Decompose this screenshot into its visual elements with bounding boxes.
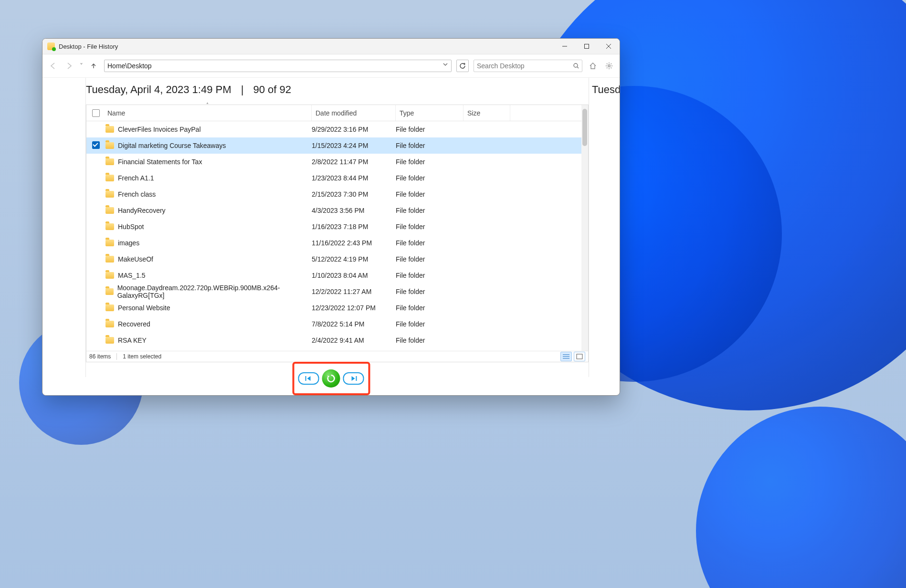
- file-type: File folder: [396, 223, 464, 231]
- file-name: MAS_1.5: [118, 272, 146, 279]
- restore-button[interactable]: [322, 369, 340, 388]
- folder-icon: [105, 207, 114, 214]
- up-button[interactable]: [88, 60, 99, 72]
- file-name: HubSpot: [118, 223, 144, 231]
- file-type: File folder: [396, 142, 464, 149]
- folder-icon: [105, 191, 114, 198]
- file-type: File folder: [396, 272, 464, 279]
- refresh-button[interactable]: [456, 60, 469, 72]
- column-type[interactable]: Type: [396, 105, 464, 121]
- toolbar: ˅ Home\Desktop Search Desktop: [42, 54, 620, 78]
- svg-point-6: [608, 65, 610, 67]
- scrollbar-thumb[interactable]: [582, 109, 587, 146]
- file-name: Financial Statements for Tax: [118, 158, 202, 166]
- vertical-scrollbar[interactable]: [581, 105, 588, 362]
- status-selected-count: 1 item selected: [123, 353, 161, 360]
- folder-icon: [105, 272, 114, 279]
- file-name: Digital marketing Course Takeaways: [118, 142, 226, 149]
- svg-point-4: [574, 63, 578, 67]
- file-name: Personal Website: [118, 304, 170, 312]
- file-name: images: [118, 239, 139, 247]
- close-button[interactable]: [598, 39, 620, 54]
- file-name: CleverFiles Invoices PayPal: [118, 126, 201, 133]
- svg-rect-10: [577, 354, 582, 359]
- file-date: 1/10/2023 8:04 AM: [312, 272, 396, 279]
- forward-button[interactable]: [63, 60, 75, 72]
- file-date: 1/23/2023 8:44 PM: [312, 174, 396, 182]
- file-date: 2/15/2023 7:30 PM: [312, 190, 396, 198]
- folder-icon: [105, 256, 114, 262]
- chevron-down-icon[interactable]: [442, 62, 448, 67]
- next-version-button[interactable]: [343, 372, 364, 385]
- file-history-window: Desktop - File History ˅ Home\Desktop: [42, 38, 620, 396]
- minimize-button[interactable]: [554, 39, 576, 54]
- file-type: File folder: [396, 320, 464, 328]
- select-all-checkbox[interactable]: [92, 109, 100, 117]
- folder-icon: [105, 223, 114, 230]
- file-date: 7/8/2022 5:14 PM: [312, 320, 396, 328]
- file-date: 11/16/2022 2:43 PM: [312, 239, 396, 247]
- version-timestamp: Tuesday, April 4, 2023 1:49 PM: [86, 84, 232, 95]
- file-date: 2/4/2022 9:41 AM: [312, 336, 396, 344]
- table-row[interactable]: HubSpot1/16/2023 7:18 PMFile folder: [86, 219, 588, 235]
- thumbnails-view-button[interactable]: [574, 352, 585, 361]
- table-row[interactable]: Digital marketing Course Takeaways1/15/2…: [86, 137, 588, 154]
- version-header: Tuesday, April 4, 2023 1:49 PM | 90 of 9…: [86, 78, 589, 105]
- wallpaper-bloom: [696, 407, 906, 588]
- svg-rect-1: [585, 44, 589, 49]
- file-name: MakeUseOf: [118, 255, 153, 263]
- row-checkbox[interactable]: [92, 141, 100, 149]
- folder-icon: [105, 304, 114, 311]
- file-name: HandyRecovery: [118, 207, 166, 214]
- svg-line-5: [577, 67, 579, 68]
- file-type: File folder: [396, 126, 464, 133]
- back-button[interactable]: [47, 60, 59, 72]
- version-index: 90 of 92: [253, 84, 291, 95]
- table-row[interactable]: French A1.11/23/2023 8:44 PMFile folder: [86, 170, 588, 186]
- table-row[interactable]: HandyRecovery4/3/2023 3:56 PMFile folder: [86, 202, 588, 219]
- file-type: File folder: [396, 304, 464, 312]
- table-row[interactable]: CleverFiles Invoices PayPal9/29/2022 3:1…: [86, 121, 588, 137]
- maximize-button[interactable]: [576, 39, 598, 54]
- window-title: Desktop - File History: [59, 43, 118, 50]
- table-row[interactable]: RSA KEY2/4/2022 9:41 AMFile folder: [86, 332, 588, 348]
- settings-button[interactable]: [603, 60, 615, 72]
- address-bar[interactable]: Home\Desktop: [104, 60, 452, 72]
- next-version-peek[interactable]: Tuesda: [589, 78, 620, 377]
- file-type: File folder: [396, 174, 464, 182]
- previous-version-button[interactable]: [298, 372, 319, 385]
- file-date: 12/2/2022 11:27 AM: [312, 288, 396, 295]
- home-button[interactable]: [587, 60, 599, 72]
- search-input[interactable]: Search Desktop: [474, 60, 582, 72]
- file-date: 12/23/2022 12:07 PM: [312, 304, 396, 312]
- file-type: File folder: [396, 207, 464, 214]
- table-row[interactable]: Moonage.Daydream.2022.720p.WEBRip.900MB.…: [86, 284, 588, 300]
- titlebar: Desktop - File History: [42, 39, 620, 54]
- folder-icon: [105, 288, 114, 295]
- column-date[interactable]: Date modified: [312, 105, 396, 121]
- table-row[interactable]: MAS_1.51/10/2023 8:04 AMFile folder: [86, 267, 588, 284]
- folder-icon: [105, 240, 114, 246]
- file-type: File folder: [396, 255, 464, 263]
- file-date: 9/29/2022 3:16 PM: [312, 126, 396, 133]
- column-size[interactable]: Size: [464, 105, 510, 121]
- file-date: 2/8/2022 11:47 PM: [312, 158, 396, 166]
- status-item-count: 86 items: [89, 353, 111, 360]
- file-history-icon: [47, 42, 55, 50]
- table-row[interactable]: Recovered7/8/2022 5:14 PMFile folder: [86, 316, 588, 332]
- table-row[interactable]: images11/16/2022 2:43 PMFile folder: [86, 235, 588, 251]
- previous-version-peek[interactable]: [42, 78, 86, 377]
- folder-icon: [105, 175, 114, 181]
- details-view-button[interactable]: [560, 352, 572, 361]
- table-row[interactable]: MakeUseOf5/12/2022 4:19 PMFile folder: [86, 251, 588, 267]
- file-type: File folder: [396, 288, 464, 295]
- table-row[interactable]: Personal Website12/23/2022 12:07 PMFile …: [86, 300, 588, 316]
- folder-icon: [105, 321, 114, 327]
- column-name[interactable]: ˄ Name: [104, 105, 312, 121]
- bottom-controls: [42, 376, 620, 395]
- file-date: 5/12/2022 4:19 PM: [312, 255, 396, 263]
- table-row[interactable]: Financial Statements for Tax2/8/2022 11:…: [86, 154, 588, 170]
- folder-icon: [105, 337, 114, 344]
- content-area: Tuesday, April 4, 2023 1:49 PM | 90 of 9…: [42, 78, 620, 377]
- table-row[interactable]: French class2/15/2023 7:30 PMFile folder: [86, 186, 588, 202]
